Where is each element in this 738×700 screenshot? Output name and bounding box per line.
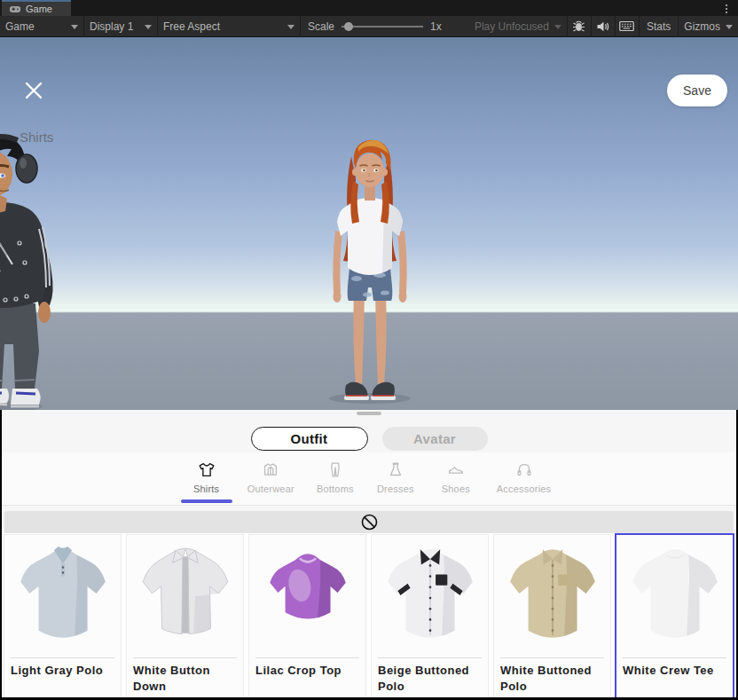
- gizmos-dropdown[interactable]: Gizmos: [679, 16, 738, 37]
- dropdown-arrow-icon: [145, 25, 152, 29]
- item-thumbnail: [127, 535, 243, 657]
- keyboard-shortcuts-button[interactable]: [616, 16, 639, 37]
- avatar-preview-main[interactable]: [312, 130, 428, 406]
- item-card[interactable]: White Crew Tee: [616, 534, 734, 699]
- close-icon: [27, 83, 41, 98]
- speaker-icon: [596, 20, 609, 33]
- jacket-icon: [261, 460, 280, 480]
- display-label: Display 1: [90, 20, 133, 33]
- item-card[interactable]: Light Gray Polo: [4, 534, 122, 699]
- dropdown-arrow-icon: [287, 25, 294, 29]
- wardrobe-panel: Outfit Avatar Shirts Outerwear: [0, 410, 738, 700]
- tab-label: Shirts: [193, 484, 219, 494]
- game-view-toolbar: Game Display 1 Free Aspect Scale 1x Play…: [0, 16, 738, 37]
- gizmos-label: Gizmos: [684, 20, 720, 33]
- tab-dresses[interactable]: Dresses: [376, 452, 415, 505]
- item-name: White Button Down: [133, 657, 237, 695]
- kebab-menu-icon[interactable]: [724, 3, 729, 15]
- tab-label: Outerwear: [247, 484, 294, 494]
- remove-item-option[interactable]: [4, 511, 734, 533]
- tab-label: Dresses: [377, 484, 414, 494]
- scale-slider[interactable]: [342, 20, 423, 33]
- game-view-tab[interactable]: Game: [2, 0, 71, 16]
- tab-shoes[interactable]: Shoes: [436, 452, 475, 505]
- tshirt-icon: [197, 460, 216, 480]
- display-dropdown[interactable]: Display 1: [84, 16, 157, 37]
- tab-title: Game: [26, 4, 52, 14]
- unity-editor-window: Game Game Display 1 Free Aspect Scale 1x: [0, 0, 738, 700]
- avatar-mode-button[interactable]: Avatar: [382, 427, 488, 451]
- editor-tab-bar: Game: [0, 0, 738, 16]
- item-card[interactable]: White Button Down: [126, 534, 244, 699]
- keyboard-icon: [619, 20, 634, 32]
- avatar-preview-secondary: [0, 130, 69, 410]
- drag-handle[interactable]: [357, 412, 381, 415]
- tab-label: Accessories: [497, 484, 552, 494]
- view-mode-label: Game: [5, 20, 35, 33]
- item-card[interactable]: Lilac Crop Top: [248, 534, 366, 699]
- window-border: [0, 410, 2, 700]
- item-name: Lilac Crop Top: [255, 657, 359, 679]
- slider-knob[interactable]: [344, 22, 353, 31]
- stats-label: Stats: [647, 20, 671, 33]
- gamepad-icon: [9, 4, 21, 14]
- tab-accessories[interactable]: Accessories: [497, 452, 552, 505]
- dropdown-arrow-icon: [726, 25, 733, 29]
- scale-control: Scale 1x: [301, 20, 449, 33]
- tab-shirts[interactable]: Shirts: [187, 452, 226, 505]
- item-thumbnail: [372, 535, 488, 657]
- item-name: Light Gray Polo: [11, 657, 114, 679]
- item-card[interactable]: Beige Buttoned Polo: [371, 534, 489, 699]
- scale-value: 1x: [430, 20, 442, 33]
- shoe-icon: [446, 460, 466, 480]
- item-card[interactable]: White Buttoned Polo: [493, 534, 611, 699]
- view-mode-dropdown[interactable]: Game: [0, 16, 83, 37]
- pants-icon: [326, 460, 345, 480]
- game-viewport[interactable]: Shirts: [0, 37, 738, 410]
- stats-toggle-button[interactable]: Stats: [640, 16, 678, 37]
- save-button[interactable]: Save: [667, 75, 727, 106]
- bug-icon: [572, 20, 585, 33]
- debug-bug-button[interactable]: [568, 16, 591, 37]
- tab-label: Shoes: [442, 484, 470, 494]
- scale-label: Scale: [308, 20, 334, 33]
- mute-audio-button[interactable]: [592, 16, 615, 37]
- item-name: White Crew Tee: [623, 657, 726, 679]
- item-name: Beige Buttoned Polo: [378, 657, 482, 695]
- item-thumbnail: [4, 535, 121, 657]
- aspect-label: Free Aspect: [163, 20, 220, 33]
- tab-bottoms[interactable]: Bottoms: [316, 452, 355, 505]
- play-focus-label: Play Unfocused: [475, 20, 549, 33]
- tab-outerwear[interactable]: Outerwear: [247, 452, 294, 505]
- mode-switch: Outfit Avatar: [0, 427, 738, 451]
- item-grid: Light Gray Polo White Button Down Lilac …: [0, 533, 738, 700]
- category-tabs: Shirts Outerwear Bottoms: [0, 452, 738, 506]
- item-name: White Buttoned Polo: [500, 657, 604, 695]
- item-thumbnail: [616, 535, 733, 657]
- dropdown-arrow-icon: [71, 25, 78, 29]
- headphones-icon: [514, 460, 534, 480]
- prohibition-icon: [360, 513, 379, 531]
- tab-label: Bottoms: [317, 484, 354, 494]
- dropdown-arrow-icon: [554, 25, 561, 29]
- dress-icon: [386, 460, 405, 480]
- active-tab-underline: [181, 499, 232, 503]
- close-button[interactable]: [23, 80, 44, 101]
- play-focus-dropdown[interactable]: Play Unfocused: [469, 16, 567, 37]
- outfit-mode-button[interactable]: Outfit: [251, 427, 368, 451]
- aspect-ratio-dropdown[interactable]: Free Aspect: [158, 16, 300, 37]
- item-thumbnail: [494, 535, 610, 657]
- item-thumbnail: [249, 535, 365, 657]
